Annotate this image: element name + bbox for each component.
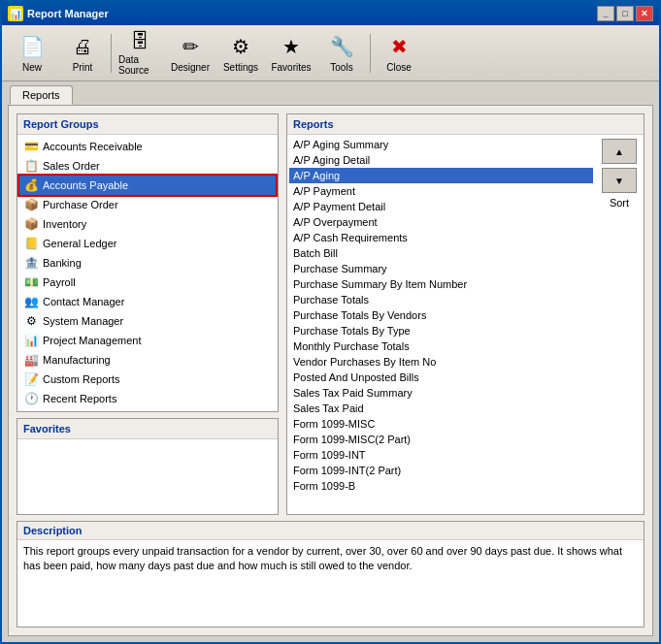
report-list-item[interactable]: Batch Bill xyxy=(289,245,593,261)
report-group-item[interactable]: 📦Purchase Order xyxy=(19,195,276,214)
left-panel: Report Groups 💳Accounts Receivable📋Sales… xyxy=(17,113,279,515)
report-list-item[interactable]: Posted And Unposted Bills xyxy=(289,370,593,385)
group-item-label: Accounts Receivable xyxy=(43,141,143,152)
report-groups-list[interactable]: 💳Accounts Receivable📋Sales Order💰Account… xyxy=(17,135,278,411)
report-item-label: Purchase Summary xyxy=(293,263,387,274)
report-item-label: A/P Aging xyxy=(293,170,340,181)
report-list-item[interactable]: Vendor Purchases By Item No xyxy=(289,354,593,370)
report-list-item[interactable]: Form 1099-B xyxy=(289,478,593,494)
group-item-icon: 📦 xyxy=(23,197,39,212)
report-group-item[interactable]: 👥Contact Manager xyxy=(19,292,276,311)
sort-down-button[interactable]: ▼ xyxy=(602,168,637,193)
report-group-item[interactable]: 💵Payroll xyxy=(19,273,276,292)
data-source-button[interactable]: 🗄 Data Source xyxy=(116,29,164,78)
toolbar-separator-1 xyxy=(111,34,112,73)
report-list-item[interactable]: Purchase Totals By Vendors xyxy=(289,307,593,323)
report-item-label: Sales Tax Paid xyxy=(293,402,364,414)
report-item-label: Form 1099-B xyxy=(293,480,355,492)
report-item-label: Purchase Totals By Vendors xyxy=(293,309,426,321)
favorites-icon: ★ xyxy=(278,33,305,60)
tab-reports-label: Reports xyxy=(22,89,60,101)
panels-row: Report Groups 💳Accounts Receivable📋Sales… xyxy=(17,113,644,515)
settings-label: Settings xyxy=(223,62,258,73)
sort-up-button[interactable]: ▲ xyxy=(602,139,637,164)
close-label: Close xyxy=(386,62,412,73)
tab-reports[interactable]: Reports xyxy=(10,85,73,105)
report-list-item[interactable]: Form 1099-MISC xyxy=(289,416,593,432)
report-list-item[interactable]: A/P Aging Detail xyxy=(289,152,593,168)
report-item-label: Posted And Unposted Bills xyxy=(293,371,419,383)
designer-label: Designer xyxy=(171,62,210,73)
report-item-label: Purchase Totals By Type xyxy=(293,325,411,337)
report-list-item[interactable]: A/P Payment Detail xyxy=(289,199,593,214)
settings-icon: ⚙ xyxy=(227,33,254,60)
report-group-item[interactable]: 🏦Banking xyxy=(19,253,276,273)
window-icon: 📊 xyxy=(8,6,23,21)
settings-button[interactable]: ⚙ Settings xyxy=(216,29,265,78)
new-button[interactable]: 📄 New xyxy=(8,29,56,78)
report-list-item[interactable]: A/P Overpayment xyxy=(289,214,593,230)
report-groups-title: Report Groups xyxy=(17,114,278,135)
group-item-label: Custom Reports xyxy=(43,373,119,385)
designer-button[interactable]: ✏ Designer xyxy=(166,29,215,78)
group-item-icon: 📦 xyxy=(23,216,39,232)
report-list-item[interactable]: Monthly Purchase Totals xyxy=(289,338,593,354)
report-group-item[interactable]: 💳Accounts Receivable xyxy=(19,137,276,156)
report-list-item[interactable]: Purchase Summary By Item Number xyxy=(289,276,593,292)
report-group-item[interactable]: 📒General Ledger xyxy=(19,234,276,253)
report-groups-panel: Report Groups 💳Accounts Receivable📋Sales… xyxy=(17,113,279,412)
report-list-item[interactable]: A/P Cash Requirements xyxy=(289,230,593,245)
report-item-label: Form 1099-MISC(2 Part) xyxy=(293,434,411,445)
group-item-label: Project Management xyxy=(43,335,142,346)
report-list-item[interactable]: A/P Aging Summary xyxy=(289,137,593,152)
report-list-item[interactable]: Form 1099-MISC(2 Part) xyxy=(289,432,593,447)
title-bar-buttons: _ □ ✕ xyxy=(597,6,653,21)
report-item-label: Vendor Purchases By Item No xyxy=(293,356,436,368)
favorites-button[interactable]: ★ Favorites xyxy=(267,29,315,78)
report-group-item[interactable]: 📊Project Management xyxy=(19,331,276,350)
reports-list[interactable]: A/P Aging SummaryA/P Aging DetailA/P Agi… xyxy=(287,135,595,514)
tools-button[interactable]: 🔧 Tools xyxy=(317,29,366,78)
report-list-item[interactable]: Sales Tax Paid Summary xyxy=(289,385,593,401)
report-group-item[interactable]: 🕐Recent Reports xyxy=(19,389,276,408)
close-button[interactable]: ✖ Close xyxy=(375,29,423,78)
group-item-label: Payroll xyxy=(43,276,76,288)
content-area: Report Groups 💳Accounts Receivable📋Sales… xyxy=(8,105,653,636)
favorites-label: Favorites xyxy=(271,62,311,73)
report-group-item[interactable]: 📋Sales Order xyxy=(19,156,276,176)
minimize-button[interactable]: _ xyxy=(597,6,614,21)
close-window-button[interactable]: ✕ xyxy=(636,6,653,21)
window-title: Report Manager xyxy=(27,8,109,19)
toolbar-separator-2 xyxy=(370,34,371,73)
report-list-item[interactable]: Form 1099-INT(2 Part) xyxy=(289,463,593,478)
report-group-item[interactable]: ⚙System Manager xyxy=(19,311,276,331)
report-item-label: A/P Aging Detail xyxy=(293,154,370,166)
report-item-label: A/P Payment Detail xyxy=(293,201,385,212)
group-item-label: Inventory xyxy=(43,218,86,230)
report-item-label: Form 1099-INT xyxy=(293,449,366,461)
report-item-label: Batch Bill xyxy=(293,247,338,259)
sort-label: Sort xyxy=(610,197,629,209)
print-label: Print xyxy=(73,62,93,73)
report-group-item[interactable]: 📦Inventory xyxy=(19,214,276,234)
report-list-item[interactable]: Sales Tax Paid xyxy=(289,401,593,416)
group-item-icon: 💵 xyxy=(23,274,39,290)
report-list-item[interactable]: A/P Aging xyxy=(289,168,593,183)
report-group-item[interactable]: 🏭Manufacturing xyxy=(19,350,276,370)
report-list-item[interactable]: Form 1099-INT xyxy=(289,447,593,463)
maximize-button[interactable]: □ xyxy=(616,6,634,21)
report-group-item[interactable]: 💰Accounts Payable xyxy=(19,176,276,195)
title-bar: 📊 Report Manager _ □ ✕ xyxy=(2,2,659,25)
main-window: 📊 Report Manager _ □ ✕ 📄 New 🖨 Print 🗄 D… xyxy=(0,0,661,644)
group-item-label: General Ledger xyxy=(43,238,116,249)
report-list-item[interactable]: Purchase Summary xyxy=(289,261,593,276)
report-group-item[interactable]: 📝Custom Reports xyxy=(19,370,276,389)
report-list-item[interactable]: A/P Payment xyxy=(289,183,593,199)
report-list-item[interactable]: Purchase Totals xyxy=(289,292,593,307)
sort-panel: ▲ ▼ Sort xyxy=(595,135,644,514)
print-button[interactable]: 🖨 Print xyxy=(58,29,107,78)
description-text: This report groups every unpaid transact… xyxy=(17,540,644,627)
report-list-item[interactable]: Purchase Totals By Type xyxy=(289,323,593,338)
report-item-label: A/P Payment xyxy=(293,185,355,197)
report-item-label: A/P Overpayment xyxy=(293,216,378,228)
